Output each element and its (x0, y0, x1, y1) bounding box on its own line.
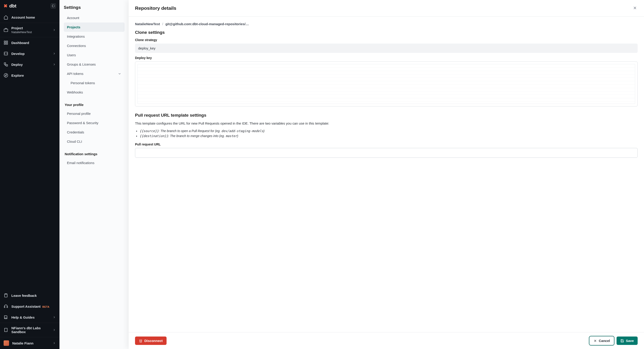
svg-rect-9 (6, 65, 8, 66)
deploy-icon (4, 62, 8, 67)
crumb-repo-path: git@github.com:dbt-cloud-managed-reposit… (166, 22, 249, 26)
chevron-right-icon (53, 316, 56, 319)
settings-item-personal-profile[interactable]: Personal profile (64, 109, 124, 118)
settings-item-api-tokens[interactable]: API tokens (64, 69, 124, 78)
chevron-right-icon (53, 63, 56, 66)
nav-explore[interactable]: Explore (0, 70, 60, 81)
nav-label: Develop (11, 52, 50, 56)
settings-item-cloud-cli[interactable]: Cloud CLI (64, 137, 124, 146)
nav-label: Explore (11, 74, 56, 78)
nav-org[interactable]: NFiann's dbt Labs Sandbox (0, 323, 60, 337)
nav-org-label: NFiann's dbt Labs Sandbox (11, 326, 50, 334)
nav-deploy[interactable]: Deploy (0, 59, 60, 70)
chevron-right-icon (53, 28, 56, 32)
button-label: Disconnect (144, 339, 163, 343)
pr-template-variables: {{source}}: The branch to open a Pull Re… (135, 128, 638, 139)
cancel-button[interactable]: Cancel (590, 336, 614, 345)
svg-point-12 (4, 74, 8, 78)
tpl-source-desc: : The branch to open a Pull Request for … (158, 129, 221, 133)
crumb-project: NatalieNewTest (135, 22, 160, 26)
nav-user[interactable]: Natalie Fiann (0, 337, 60, 349)
nav-project[interactable]: Project NatalieNewTest (0, 23, 60, 37)
svg-rect-0 (52, 5, 55, 7)
settings-profile-header: Your profile (64, 103, 124, 107)
save-button[interactable]: Save (616, 336, 638, 345)
deploy-key-box[interactable] (135, 62, 638, 106)
svg-rect-5 (6, 43, 8, 44)
button-label: Save (626, 339, 634, 343)
settings-item-webhooks[interactable]: Webhooks (64, 88, 124, 97)
nav-project-name: NatalieNewTest (11, 30, 32, 34)
svg-rect-16 (7, 306, 8, 308)
settings-item-personal-tokens[interactable]: Personal tokens (64, 78, 124, 88)
settings-item-projects[interactable]: Projects (64, 22, 124, 32)
logo-mark-icon: ✖ (4, 3, 8, 8)
code-icon (4, 51, 8, 56)
nav-label: Leave feedback (11, 294, 56, 298)
headset-icon (4, 304, 8, 308)
repository-details-panel: Repository details NatalieNewTest / git@… (129, 0, 644, 349)
clone-strategy-label: Clone strategy (135, 38, 638, 42)
tpl-source-var: {{source}} (140, 129, 158, 133)
building-icon (4, 328, 8, 332)
chevron-down-icon (118, 72, 122, 76)
svg-rect-6 (4, 43, 6, 44)
nav-label: Support Assistant (11, 304, 40, 308)
clone-strategy-value: deploy_key (135, 44, 638, 53)
collapse-sidebar-button[interactable] (51, 4, 56, 8)
settings-item-connections[interactable]: Connections (64, 41, 124, 50)
svg-rect-3 (4, 41, 6, 42)
settings-item-email-notifications[interactable]: Email notifications (64, 158, 124, 168)
settings-item-integrations[interactable]: Integrations (64, 32, 124, 41)
close-panel-button[interactable] (633, 6, 638, 11)
nav-label: Dashboard (11, 41, 56, 45)
nav-feedback[interactable]: Leave feedback (0, 290, 60, 301)
tpl-source-example: dev/add-staging-models (222, 129, 264, 133)
nav-support[interactable]: Support Assistant BETA (0, 301, 60, 312)
nav-dashboard[interactable]: Dashboard (0, 37, 60, 48)
svg-rect-15 (4, 306, 5, 308)
settings-item-credentials[interactable]: Credentials (64, 128, 124, 137)
chevron-right-icon (53, 342, 56, 345)
deploy-key-content (138, 64, 635, 104)
nav-user-name: Natalie Fiann (12, 341, 50, 345)
primary-nav: ✖ dbt Account home Project NatalieNewTes… (0, 0, 60, 349)
panel-title: Repository details (135, 6, 176, 11)
nav-account-home[interactable]: Account home (0, 12, 60, 23)
svg-rect-8 (4, 63, 6, 64)
brand-name: dbt (9, 4, 16, 8)
tpl-dest-example: master (226, 134, 237, 138)
nav-help[interactable]: Help & Guides (0, 312, 60, 323)
pr-url-label: Pull request URL (135, 142, 638, 146)
nav-label: Account home (11, 16, 56, 19)
settings-item-users[interactable]: Users (64, 50, 124, 60)
beta-badge: BETA (42, 306, 50, 308)
settings-item-password[interactable]: Password & Security (64, 118, 124, 128)
tpl-dest-var: {{destination}} (140, 134, 168, 138)
home-icon (4, 15, 8, 20)
nav-develop[interactable]: Develop (0, 48, 60, 59)
pr-url-input[interactable] (135, 148, 638, 158)
chevron-right-icon (53, 328, 56, 332)
compass-icon (4, 73, 8, 78)
nav-label: Deploy (11, 63, 50, 66)
settings-item-groups[interactable]: Groups & Licenses (64, 60, 124, 69)
pr-template-description: This template configures the URL for new… (135, 121, 638, 126)
settings-nav: Settings Account Projects Integrations C… (60, 0, 129, 349)
avatar (4, 340, 9, 346)
disconnect-button[interactable]: Disconnect (135, 336, 166, 345)
brand-logo: ✖ dbt (4, 3, 16, 8)
deploy-key-label: Deploy key (135, 56, 638, 60)
book-icon (4, 315, 8, 320)
pr-template-header: Pull request URL template settings (135, 113, 638, 118)
settings-item-account[interactable]: Account (64, 13, 124, 22)
settings-notif-header: Notification settings (64, 152, 124, 156)
briefcase-icon (4, 28, 8, 32)
settings-label: API tokens (67, 72, 84, 76)
button-label: Cancel (599, 339, 610, 343)
breadcrumb: NatalieNewTest / git@github.com:dbt-clou… (135, 22, 638, 26)
settings-header: Settings (64, 5, 124, 10)
clone-settings-header: Clone settings (135, 30, 638, 35)
chevron-right-icon (53, 52, 56, 55)
svg-rect-4 (6, 41, 8, 42)
